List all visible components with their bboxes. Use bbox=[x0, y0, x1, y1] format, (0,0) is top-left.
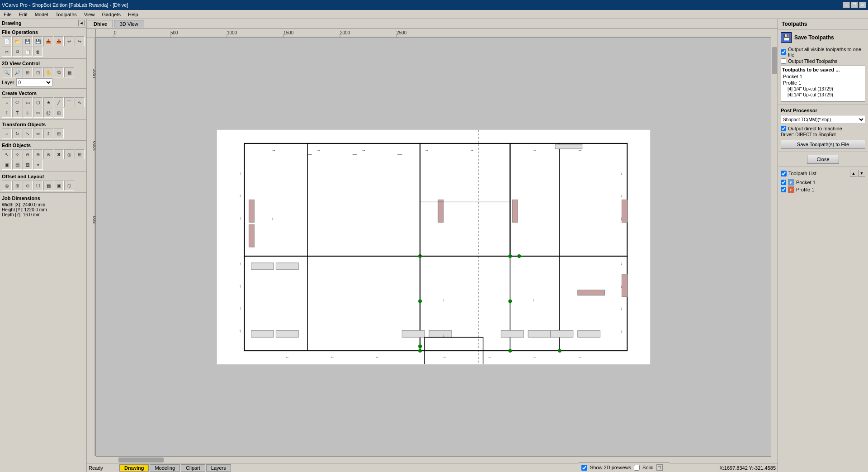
intersect-button[interactable]: ⊗ bbox=[43, 149, 53, 159]
bitmap-button[interactable]: 🖼 bbox=[23, 160, 33, 170]
mirror-h-button[interactable]: ⇔ bbox=[33, 129, 43, 138]
draw-node-button[interactable]: ⊹ bbox=[23, 108, 33, 118]
create-vectors-tools: ○ ⬭ ▭ ⬡ ★ ╱ ⌒ ∿ T T̈ ⊹ ✄ @ ⊞ bbox=[2, 97, 85, 118]
align-button[interactable]: ⊞ bbox=[54, 129, 64, 138]
save-toolpath-to-file-button[interactable]: Save Toolpath(s) to File bbox=[781, 140, 865, 149]
tp-list-up-icon[interactable]: ▲ bbox=[850, 170, 857, 177]
array-button[interactable]: ⊞ bbox=[12, 181, 22, 191]
restore-button[interactable]: ❐ bbox=[851, 2, 858, 8]
menu-model[interactable]: Model bbox=[31, 11, 52, 18]
node-edit-button[interactable]: ⊹ bbox=[12, 149, 22, 159]
draw-vtext-button[interactable]: T̈ bbox=[12, 108, 22, 118]
tab-3d-view[interactable]: 3D View bbox=[114, 20, 144, 28]
zoom-fit-button[interactable]: ⊞ bbox=[23, 67, 33, 77]
canvas-viewport[interactable]: → → → → → → → ↓ ↓ ↓ ↓ ↓ ↓ ↓ bbox=[96, 38, 771, 456]
offset2-button[interactable]: ◎ bbox=[64, 149, 74, 159]
merge-button[interactable]: ⊕ bbox=[33, 149, 43, 159]
pocket1-list-checkbox[interactable] bbox=[781, 180, 786, 185]
scale-button[interactable]: ⤡ bbox=[23, 129, 33, 138]
delete2-button[interactable]: ✖ bbox=[54, 149, 64, 159]
vertical-scrollbar[interactable] bbox=[771, 38, 778, 456]
draw-circle-button[interactable]: ○ bbox=[2, 97, 12, 107]
drawing-toggle[interactable]: ◄ bbox=[78, 20, 85, 26]
tab-modeling[interactable]: Modeling bbox=[150, 464, 180, 472]
output-direct-checkbox[interactable] bbox=[781, 126, 786, 131]
minimize-button[interactable]: ─ bbox=[843, 2, 850, 8]
tp-pocket1[interactable]: Pocket 1 bbox=[782, 73, 864, 80]
output-tiled-checkbox[interactable] bbox=[781, 58, 786, 64]
circular-button[interactable]: ⊙ bbox=[23, 181, 33, 191]
import-button[interactable]: 📥 bbox=[43, 36, 53, 46]
save-file-button[interactable]: 💾 bbox=[23, 36, 33, 46]
offset3-button[interactable]: ◎ bbox=[2, 181, 12, 191]
draw-line-button[interactable]: ╱ bbox=[54, 97, 64, 107]
layout3-button[interactable]: ▣ bbox=[54, 181, 64, 191]
subtract-button[interactable]: ⊖ bbox=[23, 149, 33, 159]
svg-rect-32 bbox=[438, 200, 443, 222]
tab-dhive[interactable]: Dhive bbox=[88, 20, 113, 28]
horizontal-scrollbar[interactable] bbox=[96, 456, 771, 463]
draw-text-button[interactable]: T bbox=[2, 108, 12, 118]
profile1-list-checkbox[interactable] bbox=[781, 187, 786, 192]
new-file-button[interactable]: 📄 bbox=[2, 36, 12, 46]
draw-rectangle-button[interactable]: ▭ bbox=[23, 97, 33, 107]
tp-sub1[interactable]: [4] 1/4" Up-cut (13729) bbox=[782, 86, 864, 92]
redo-button[interactable]: ↪ bbox=[75, 36, 85, 46]
tab-layers[interactable]: Layers bbox=[206, 464, 231, 472]
menu-toolpaths[interactable]: Toolpaths bbox=[52, 11, 80, 18]
tab-drawing[interactable]: Drawing bbox=[119, 464, 149, 472]
output-all-visible-checkbox[interactable] bbox=[781, 49, 786, 55]
undo-button[interactable]: ↩ bbox=[64, 36, 74, 46]
menu-view[interactable]: View bbox=[80, 11, 99, 18]
layout4-button[interactable]: ⬡ bbox=[64, 181, 74, 191]
zoom-sel-button[interactable]: ⊡ bbox=[33, 67, 43, 77]
mirror-v-button[interactable]: ⇕ bbox=[43, 129, 53, 138]
tab-clipart[interactable]: Clipart bbox=[181, 464, 205, 472]
draw-trim-button[interactable]: ✄ bbox=[33, 108, 43, 118]
draw-bezier-button[interactable]: ∿ bbox=[75, 97, 85, 107]
draw-arc-button[interactable]: ⌒ bbox=[64, 97, 74, 107]
solid-icon[interactable]: □ bbox=[656, 464, 663, 471]
view-mode-button[interactable]: ▦ bbox=[64, 67, 74, 77]
menu-edit[interactable]: Edit bbox=[15, 11, 31, 18]
menu-file[interactable]: File bbox=[0, 11, 15, 18]
close-button[interactable]: Close bbox=[807, 155, 839, 164]
tp-sub2[interactable]: [4] 1/4" Up-cut (13729) bbox=[782, 92, 864, 98]
cleanup-button[interactable]: ✦ bbox=[33, 160, 43, 170]
draw-table-button[interactable]: ⊞ bbox=[54, 108, 64, 118]
cut-button[interactable]: ✂ bbox=[2, 47, 12, 57]
pan-button[interactable]: ✋ bbox=[43, 67, 53, 77]
svg-point-53 bbox=[557, 349, 561, 353]
paste-button[interactable]: 📋 bbox=[23, 47, 33, 57]
move-button[interactable]: ↔ bbox=[2, 129, 12, 138]
solid-checkbox[interactable] bbox=[634, 465, 640, 471]
draw-spiral-button[interactable]: @ bbox=[43, 108, 53, 118]
draw-polygon-button[interactable]: ⬡ bbox=[33, 97, 43, 107]
copy-button[interactable]: ⧉ bbox=[12, 47, 22, 57]
nesting-button[interactable]: ❐ bbox=[33, 181, 43, 191]
tp-profile1[interactable]: Profile 1 bbox=[782, 80, 864, 86]
zoom-out-button[interactable]: 🔎 bbox=[12, 67, 22, 77]
show-2d-previews-checkbox[interactable] bbox=[581, 465, 587, 471]
select-button[interactable]: ↖ bbox=[2, 149, 12, 159]
export-button[interactable]: 📤 bbox=[54, 36, 64, 46]
save-as-button[interactable]: 💾 bbox=[33, 36, 43, 46]
layer-select[interactable]: 0 bbox=[16, 78, 52, 86]
draw-star-button[interactable]: ★ bbox=[43, 97, 53, 107]
open-file-button[interactable]: 📂 bbox=[12, 36, 22, 46]
zoom-in-button[interactable]: 🔍 bbox=[2, 67, 12, 77]
rotate-button[interactable]: ↻ bbox=[12, 129, 22, 138]
ungroup-button[interactable]: ▤ bbox=[12, 160, 22, 170]
post-proc-select[interactable]: Shopbot TC(MM)(*.sbp) bbox=[781, 115, 865, 124]
tp-list-down-icon[interactable]: ▼ bbox=[858, 170, 865, 177]
group-button[interactable]: ▣ bbox=[2, 160, 12, 170]
menu-gadgets[interactable]: Gadgets bbox=[98, 11, 124, 18]
weld-button[interactable]: ⊞ bbox=[75, 149, 85, 159]
draw-ellipse-button[interactable]: ⬭ bbox=[12, 97, 22, 107]
close-button[interactable]: ✕ bbox=[859, 2, 866, 8]
menu-help[interactable]: Help bbox=[124, 11, 142, 18]
layout2-button[interactable]: ▦ bbox=[43, 181, 53, 191]
view-all-button[interactable]: ⧉ bbox=[54, 67, 64, 77]
toolpath-list-checkbox[interactable] bbox=[781, 171, 787, 176]
delete-button[interactable]: 🗑 bbox=[33, 47, 43, 57]
